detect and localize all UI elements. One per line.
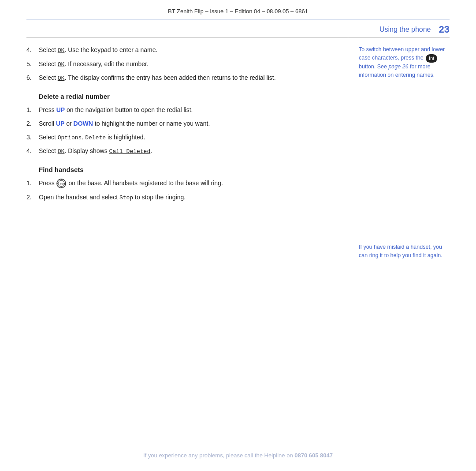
footer: If you experience any problems, please c… — [0, 444, 476, 466]
list-item: 6. Select OK. The display confirms the e… — [26, 73, 335, 83]
helpline-number: 0870 605 8047 — [294, 452, 333, 459]
side-column: To switch between upper and lower case c… — [348, 37, 450, 426]
list-item: 4. Select OK. Display shows Call Deleted… — [26, 146, 335, 156]
side-note-2: If you have mislaid a handset, you can r… — [359, 243, 450, 260]
list-item: 5. Select OK. If necessary, edit the num… — [26, 60, 335, 69]
list-item: 2. Open the handset and select Stop to s… — [26, 193, 335, 202]
int-badge: Int — [426, 54, 437, 63]
list-item: 3. Select Options. Delete is highlighted… — [26, 133, 335, 142]
content-area: 4. Select OK. Use the keypad to enter a … — [26, 37, 450, 426]
delete-heading: Delete a redial number — [39, 93, 335, 100]
header-row: Using the phone 23 — [0, 19, 476, 37]
list-item: 4. Select OK. Use the keypad to enter a … — [26, 45, 335, 55]
page-header: BT Zenith Flip – Issue 1 – Edition 04 – … — [0, 0, 476, 19]
find-icon: Find — [56, 179, 66, 188]
side-note-1: To switch between upper and lower case c… — [359, 45, 450, 80]
list-item: 2. Scroll UP or DOWN to highlight the nu… — [26, 119, 335, 128]
list-item: 1. Press Find on the base. All handsets … — [26, 179, 335, 188]
list-item: 1. Press UP on the navigation button to … — [26, 105, 335, 115]
main-column: 4. Select OK. Use the keypad to enter a … — [26, 37, 348, 426]
section-title: Using the phone — [379, 26, 431, 34]
side-spacer — [359, 93, 450, 243]
find-heading: Find handsets — [39, 166, 335, 173]
page-number: 23 — [439, 24, 450, 35]
svg-text:Find: Find — [60, 183, 66, 186]
